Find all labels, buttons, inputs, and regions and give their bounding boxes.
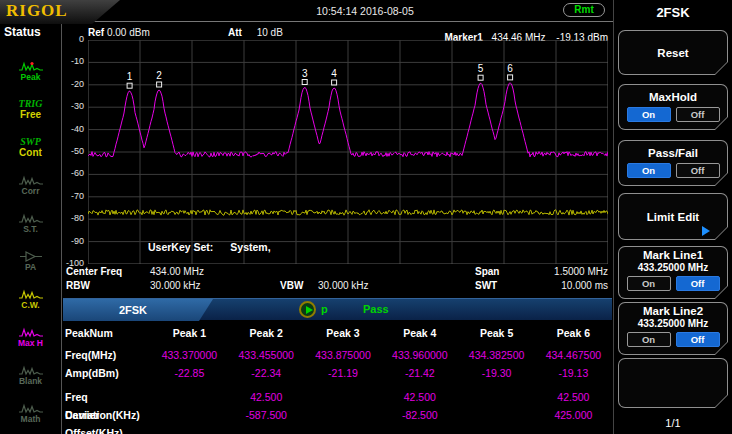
table-cell-value: -19.30	[458, 364, 535, 382]
submenu-arrow-icon	[702, 226, 710, 236]
menu-button-empty	[618, 358, 728, 408]
table-cell-value: -22.34	[228, 364, 305, 382]
table-col-header: Peak 4	[381, 324, 458, 346]
menu-button-label: Reset	[657, 30, 688, 75]
maxh-label: Max H	[18, 339, 43, 348]
measurement-status-bar: 2FSK p Pass	[63, 298, 612, 320]
table-cell-value	[458, 406, 535, 434]
table-row-label: Freq(MHz)	[63, 346, 151, 364]
svg-text:5: 5	[478, 63, 484, 74]
swp-state: Cont	[19, 147, 42, 158]
svg-text:3: 3	[302, 68, 308, 79]
menu-button-mark-line1[interactable]: Mark Line1433.25000 MHzOnOff	[618, 246, 728, 299]
userkey-message: UserKey Set: System,	[148, 241, 271, 253]
menu-button-label: Mark Line1	[643, 249, 703, 261]
mark-line2-on-toggle[interactable]: On	[627, 332, 671, 347]
table-row: Freq(MHz)433.370000433.455000433.8750004…	[63, 346, 612, 364]
spectrum-graticule: 123456	[88, 40, 608, 268]
y-axis-tick: -60	[54, 168, 84, 178]
y-axis-tick: -30	[54, 101, 84, 111]
userkey-value: System,	[230, 241, 270, 253]
mode-name: 2FSK	[119, 304, 157, 316]
menu-button-mark-line2[interactable]: Mark Line2433.25000 MHzOnOff	[618, 302, 728, 355]
ref-level-readout: Ref 0.00 dBm	[88, 27, 150, 38]
st-label: S.T.	[23, 225, 38, 234]
mark-line1-on-toggle[interactable]: On	[627, 276, 671, 291]
table-cell-value: 434.382500	[458, 346, 535, 364]
y-axis-tick: -90	[54, 236, 84, 246]
y-axis-tick: -40	[54, 124, 84, 134]
attenuation-readout: Att 10 dB	[228, 27, 283, 38]
table-cell-value: -21.42	[381, 364, 458, 382]
pa-label: PA	[25, 263, 36, 272]
y-axis-tick: -20	[54, 79, 84, 89]
swt-value: 10.000 ms	[520, 280, 608, 291]
status-item-cw: C.W.	[0, 280, 61, 318]
status-item-pa: PA	[0, 242, 61, 280]
peak-label: Peak	[21, 73, 41, 82]
menu-title: 2FSK	[614, 5, 732, 20]
datetime: 10:54:14 2016-08-05	[316, 5, 414, 17]
svg-text:4: 4	[331, 68, 337, 79]
run-play-icon	[299, 301, 316, 318]
trig-label: TRIG	[19, 98, 43, 109]
span-label: Span	[475, 266, 499, 277]
table-col-header: Peak 2	[228, 324, 305, 346]
svg-text:1: 1	[127, 71, 133, 82]
math-label: Math	[21, 415, 41, 424]
mode-tab: 2FSK	[63, 299, 213, 321]
status-item-corr: Corr	[0, 166, 61, 204]
svg-text:2: 2	[156, 70, 162, 81]
pass-fail-result: Pass	[363, 303, 389, 315]
status-title: Status	[0, 22, 61, 52]
maxhold-on-toggle[interactable]: On	[627, 107, 671, 122]
ref-label: Ref	[88, 27, 104, 38]
status-item-math: Math	[0, 394, 61, 432]
rbw-label: RBW	[66, 280, 90, 291]
status-sidebar: Status PeakTRIGFreeSWPContCorrS.T.PAC.W.…	[0, 22, 62, 434]
menu-page-indicator: 1/1	[614, 417, 732, 429]
menu-button-value: 433.25000 MHz	[638, 261, 709, 274]
table-cell-value	[151, 406, 228, 434]
center-freq-label: Center Freq	[66, 266, 122, 277]
y-axis-tick: -50	[54, 146, 84, 156]
peak-measurement-table: PeakNumPeak 1Peak 2Peak 3Peak 4Peak 5Pea…	[63, 324, 612, 424]
status-item-st: S.T.	[0, 204, 61, 242]
status-item-trig: TRIGFree	[0, 90, 61, 128]
remote-status-badge: Rmt	[563, 3, 605, 17]
pass-indicator-letter: p	[321, 303, 328, 315]
menu-button-maxhold[interactable]: MaxHoldOnOff	[618, 84, 728, 130]
menu-button-reset[interactable]: Reset	[618, 30, 728, 75]
att-label: Att	[228, 27, 242, 38]
menu-button-limit-edit[interactable]: Limit Edit	[618, 193, 728, 240]
table-cell-value: 433.370000	[151, 346, 228, 364]
table-cell-value: 433.875000	[305, 346, 382, 364]
center-freq-value: 434.00 MHz	[150, 266, 204, 277]
mark-line2-off-toggle[interactable]: Off	[676, 332, 720, 347]
blank-label: Blank	[19, 377, 42, 386]
cw-label: C.W.	[21, 301, 39, 310]
vbw-value: 30.000 kHz	[318, 280, 369, 291]
vbw-label: VBW	[280, 280, 303, 291]
table-col-header: Peak 3	[305, 324, 382, 346]
svg-text:6: 6	[507, 63, 513, 74]
mark-line1-off-toggle[interactable]: Off	[676, 276, 720, 291]
rbw-value: 30.000 kHz	[150, 280, 201, 291]
table-cell-value: 425.000	[535, 406, 612, 434]
y-axis-tick: -80	[54, 213, 84, 223]
menu-button-value: 433.25000 MHz	[638, 317, 709, 330]
pass-fail-off-toggle[interactable]: Off	[676, 163, 720, 178]
menu-button-pass-fail[interactable]: Pass/FailOnOff	[618, 140, 728, 186]
table-col-header: Peak 6	[535, 324, 612, 346]
table-row: Amp(dBm)-22.85-22.34-21.19-21.42-19.30-1…	[63, 364, 612, 382]
menu-button-label: MaxHold	[649, 91, 697, 103]
pass-fail-on-toggle[interactable]: On	[627, 163, 671, 178]
table-cell-value: -19.13	[535, 364, 612, 382]
maxhold-off-toggle[interactable]: Off	[676, 107, 720, 122]
y-axis-tick: -70	[54, 191, 84, 201]
spectrum-analyzer-screen: 10:54:14 2016-08-05 Rmt RIGOL Status Pea…	[0, 0, 732, 434]
menu-button-label: Limit Edit	[647, 193, 699, 240]
table-cell-value: 433.960000	[381, 346, 458, 364]
status-item-blank: Blank	[0, 356, 61, 394]
y-axis-tick: 0	[54, 34, 84, 44]
